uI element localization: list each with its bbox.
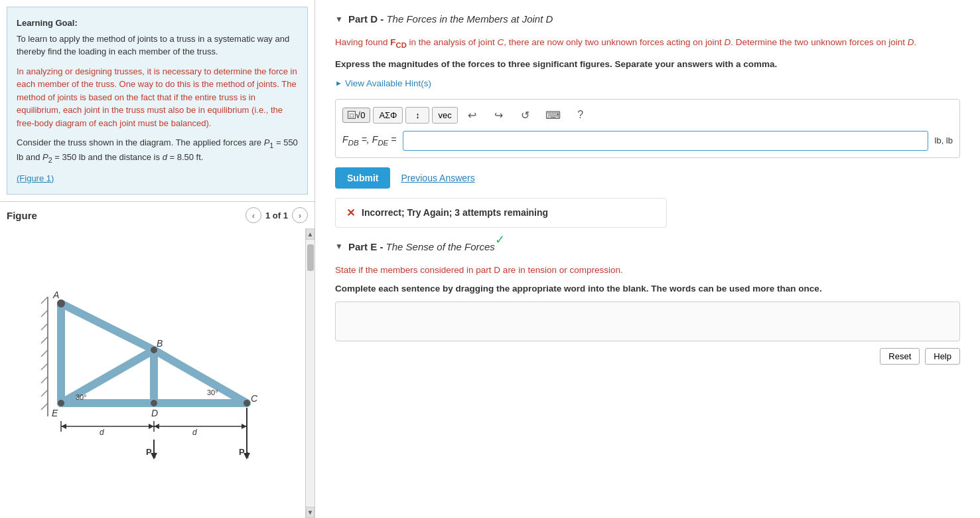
page-indicator: 1 of 1 (265, 211, 288, 220)
scroll-thumb[interactable] (307, 244, 314, 271)
math-input-row: FDB =, FDE = lb, lb (342, 131, 953, 151)
part-e-label: Part E - (348, 241, 384, 252)
submit-button[interactable]: Submit (335, 167, 390, 189)
learning-goal-black: Consider the truss shown in the diagram.… (17, 136, 298, 165)
svg-marker-37 (149, 424, 154, 429)
svg-line-10 (61, 303, 154, 350)
hint-arrow-icon: ► (335, 79, 342, 87)
svg-line-1 (41, 297, 48, 303)
svg-point-21 (244, 400, 250, 406)
svg-line-5 (41, 350, 48, 357)
answer-input[interactable] (403, 131, 928, 151)
svg-line-11 (154, 350, 247, 403)
scroll-track (306, 240, 315, 507)
part-d-problem-text: Having found FCD in the analysis of join… (335, 35, 960, 51)
hint-link[interactable]: ► View Available Hint(s) (335, 78, 960, 88)
svg-text:P: P (146, 447, 152, 457)
left-panel: Learning Goal: To learn to apply the met… (0, 0, 315, 518)
redo-button[interactable]: ↪ (487, 106, 511, 124)
part-d-label: Part D - (348, 13, 384, 25)
previous-answers-link[interactable]: Previous Answers (401, 173, 474, 183)
svg-line-7 (41, 377, 48, 383)
part-e-header: ▼ Part E - The Sense of the Forces ✓ (335, 241, 960, 252)
arrow-button[interactable]: ↕ (405, 107, 429, 124)
part-d-description: The Forces in the Members at Joint D (384, 13, 553, 25)
vec-button[interactable]: vec (432, 107, 457, 124)
svg-line-3 (41, 323, 48, 330)
sigma-button[interactable]: ΑΣΦ (373, 107, 403, 124)
hint-link-label: View Available Hint(s) (345, 78, 431, 88)
svg-text:30°: 30° (207, 388, 218, 396)
svg-text:D: D (151, 408, 158, 418)
learning-goal-box: Learning Goal: To learn to apply the met… (7, 7, 308, 195)
svg-text:C: C (251, 393, 258, 404)
svg-point-19 (58, 400, 64, 406)
drag-drop-box[interactable] (335, 302, 960, 341)
matrix-button[interactable]: □ √0 (342, 108, 370, 123)
next-figure-button[interactable]: › (292, 207, 308, 223)
part-e-collapse-arrow[interactable]: ▼ (335, 242, 343, 251)
svg-line-8 (41, 390, 48, 396)
figure-scrollbar[interactable]: ▲ ▼ (305, 228, 315, 518)
unit-label: lb, lb (935, 135, 953, 145)
figure-label: Figure (7, 210, 37, 221)
svg-line-13 (61, 350, 154, 403)
learning-goal-red: In analyzing or designing trusses, it is… (17, 65, 298, 130)
submit-row: Submit Previous Answers (335, 167, 960, 189)
drag-drop-footer: Reset Help (335, 348, 960, 365)
help-button-e[interactable]: Help (925, 348, 960, 365)
svg-text:B: B (157, 338, 163, 349)
svg-point-20 (151, 400, 157, 406)
svg-line-2 (41, 310, 48, 317)
math-input-box: □ √0 ΑΣΦ ↕ vec ↩ ↪ ↺ ⌨ ? (335, 99, 960, 158)
svg-text:1: 1 (153, 452, 157, 459)
error-x-icon: ✕ (346, 207, 355, 219)
refresh-button[interactable]: ↺ (514, 106, 537, 124)
svg-text:30°: 30° (76, 393, 87, 401)
math-toolbar: □ √0 ΑΣΦ ↕ vec ↩ ↪ ↺ ⌨ ? (342, 106, 953, 124)
part-d-instruction: Express the magnitudes of the forces to … (335, 59, 960, 69)
svg-marker-36 (61, 424, 66, 429)
keyboard-button[interactable]: ⌨ (540, 106, 566, 124)
svg-marker-38 (154, 424, 159, 429)
scroll-up-arrow[interactable]: ▲ (306, 228, 315, 240)
reset-button[interactable]: Reset (880, 348, 920, 365)
svg-text:2: 2 (245, 452, 249, 459)
svg-text:E: E (52, 408, 58, 418)
part-e-description: The Sense of the Forces (383, 241, 494, 252)
error-message: Incorrect; Try Again; 3 attempts remaini… (362, 207, 548, 218)
undo-button[interactable]: ↩ (460, 106, 484, 124)
svg-marker-39 (242, 424, 247, 429)
truss-diagram: A B C D E 30° 30° d d (28, 284, 287, 463)
svg-text:d: d (192, 428, 197, 437)
part-e-checkmark-icon: ✓ (495, 232, 505, 247)
part-e-section: ▼ Part E - The Sense of the Forces ✓ Sta… (335, 241, 960, 365)
equation-label: FDB =, FDE = (342, 134, 396, 147)
figure-link[interactable]: (Figure 1) (17, 173, 54, 183)
part-e-instruction: Complete each sentence by dragging the a… (335, 284, 960, 294)
help-button[interactable]: ? (569, 106, 593, 124)
figure-area: A B C D E 30° 30° d d (0, 228, 315, 518)
svg-text:d: d (100, 428, 104, 437)
svg-point-17 (57, 300, 65, 307)
svg-text:P: P (239, 447, 245, 457)
right-panel: ▼ Part D - The Forces in the Members at … (315, 0, 980, 518)
part-d-collapse-arrow[interactable]: ▼ (335, 15, 343, 24)
scroll-down-arrow[interactable]: ▼ (306, 507, 315, 518)
part-d-section: ▼ Part D - The Forces in the Members at … (335, 13, 960, 228)
svg-line-6 (41, 363, 48, 370)
learning-goal-intro: To learn to apply the method of joints t… (17, 33, 298, 58)
prev-figure-button[interactable]: ‹ (245, 207, 261, 223)
error-box: ✕ Incorrect; Try Again; 3 attempts remai… (335, 198, 667, 228)
figure-header: Figure ‹ 1 of 1 › (0, 201, 315, 228)
part-e-problem-text: State if the members considered in part … (335, 263, 960, 278)
figure-nav-controls: ‹ 1 of 1 › (245, 207, 308, 223)
learning-goal-title: Learning Goal: (17, 17, 298, 30)
svg-line-4 (41, 337, 48, 343)
svg-text:A: A (52, 290, 59, 300)
svg-line-9 (41, 403, 48, 410)
part-d-header: ▼ Part D - The Forces in the Members at … (335, 13, 960, 25)
